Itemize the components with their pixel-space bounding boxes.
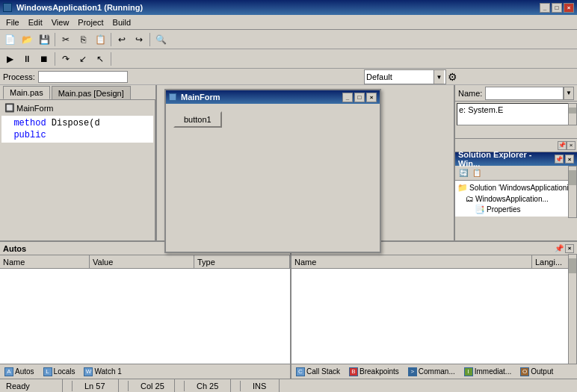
status-sep-4 — [240, 381, 241, 391]
tab-autos[interactable]: A Autos — [0, 366, 39, 378]
dropdown-arrow-icon: ▼ — [433, 70, 444, 84]
solex-app-icon: 🗂 — [466, 194, 474, 203]
tab-breakpoints[interactable]: B Breakpoints — [345, 366, 404, 378]
autos-title: Autos — [3, 244, 26, 253]
tab-main-pas-design[interactable]: Main.pas [Design] — [52, 86, 131, 99]
menu-file[interactable]: File — [1, 16, 24, 28]
form-button1[interactable]: button1 — [173, 111, 222, 128]
mainform-titlebar: MainForm _ □ × — [166, 90, 380, 104]
tab-command[interactable]: > Comman... — [404, 366, 460, 378]
mainform-title-text: MainForm — [181, 93, 220, 102]
stepover-btn[interactable]: ↷ — [58, 51, 74, 67]
right-panel: Name: ▼ e: System.E 📌 — [454, 85, 577, 255]
callstack-column-headers: Name Langi... — [291, 255, 577, 269]
command-tab-icon: > — [408, 367, 417, 376]
callstack-scrollbar[interactable] — [568, 254, 577, 364]
object-scrollbar[interactable] — [568, 103, 577, 125]
tab-immediate[interactable]: I Immediat... — [460, 366, 516, 378]
open-btn[interactable]: 📂 — [19, 31, 35, 48]
menu-edit[interactable]: Edit — [24, 16, 47, 28]
copy-btn[interactable]: ⎘ — [75, 31, 91, 48]
solex-props[interactable]: 📋 — [470, 167, 484, 180]
panels-row: Autos 📌 × Name Value Type — [0, 240, 577, 364]
status-bar: Ready Ln 57 Col 25 Ch 25 INS — [0, 379, 577, 392]
autos-value-header: Value — [90, 255, 194, 268]
run-btn[interactable]: ▶ — [1, 51, 18, 67]
panel-close-btn[interactable]: × — [567, 141, 576, 150]
mainform-content: button1 — [166, 104, 380, 135]
new-btn[interactable]: 📄 — [1, 31, 18, 48]
callstack-content — [291, 269, 577, 364]
solex-pin[interactable]: 📌 — [555, 155, 564, 164]
solex-refresh[interactable]: 🔄 — [457, 167, 470, 180]
sep-4 — [55, 52, 55, 66]
gear-icon: ⚙ — [448, 71, 457, 83]
debug-settings-btn[interactable]: ⚙ — [447, 69, 457, 84]
minimize-button[interactable]: _ — [540, 3, 550, 13]
solex-scrollbar[interactable] — [568, 166, 577, 218]
name-label: Name: — [458, 89, 482, 98]
solex-app-item[interactable]: 🗂 WindowsApplication... — [457, 193, 576, 204]
stepinto-btn[interactable]: ↙ — [75, 51, 91, 67]
status-sep-1 — [72, 381, 72, 391]
process-label: Process: — [3, 72, 35, 81]
tab-locals[interactable]: L Locals — [39, 366, 80, 378]
name-input[interactable] — [485, 87, 564, 100]
locals-tab-label: Locals — [54, 367, 75, 376]
tab-main-pas[interactable]: Main.pas — [3, 86, 50, 99]
breakpoints-tab-label: Breakpoints — [360, 367, 399, 376]
solex-app-label: WindowsApplication... — [475, 195, 549, 203]
redo-btn[interactable]: ↪ — [131, 31, 147, 48]
maximize-button[interactable]: □ — [552, 3, 562, 13]
cut-btn[interactable]: ✂ — [58, 31, 74, 48]
tree-mainform[interactable]: 🔲 MainForm — [1, 102, 153, 114]
code-line-2: public — [3, 129, 152, 141]
pause-btn[interactable]: ⏸ — [19, 51, 35, 67]
mainform-close[interactable]: × — [366, 93, 377, 102]
solution-explorer-titlebar: Solution Explorer - Win... 📌 × — [455, 152, 577, 166]
mainform-titlebar-btns: _ □ × — [342, 93, 377, 102]
command-tab-label: Comman... — [419, 367, 455, 376]
stepout-btn[interactable]: ↖ — [92, 51, 108, 67]
bottom-tabs-right: C Call Stack B Breakpoints > Comman... I… — [291, 364, 577, 379]
name-dropdown-btn[interactable]: ▼ — [564, 87, 574, 100]
mainform-icon — [169, 93, 176, 101]
stop-btn[interactable]: ⏹ — [36, 51, 52, 67]
solex-scroll-thumb — [569, 170, 576, 185]
status-col: Col 25 — [138, 379, 175, 392]
solex-solution-item[interactable]: 📁 Solution 'WindowsApplicationi... — [457, 182, 576, 193]
solex-props-item[interactable]: 📑 Properties — [457, 204, 576, 215]
mainform-window[interactable]: MainForm _ □ × button1 — [164, 89, 381, 253]
tab-output[interactable]: O Output — [516, 366, 558, 378]
callstack-tab-label: Call Stack — [306, 367, 340, 376]
menu-build[interactable]: Build — [108, 16, 135, 28]
debug-config-dropdown[interactable]: Default ▼ — [364, 69, 446, 84]
titlebar-left: WindowsApplication1 (Running) — [3, 3, 143, 12]
mainform-minimize[interactable]: _ — [342, 93, 353, 102]
code-editor-area: 🔲 MainForm method Dispose(d public — [0, 100, 155, 246]
object-value-display: e: System.E — [457, 103, 576, 125]
menu-view[interactable]: View — [47, 16, 74, 28]
toolbar-2: ▶ ⏸ ⏹ ↷ ↙ ↖ Default ▼ ⚙ — [0, 49, 577, 69]
save-btn[interactable]: 💾 — [36, 31, 52, 48]
locals-tab-icon: L — [43, 367, 52, 376]
process-input[interactable] — [38, 71, 128, 83]
sep-5 — [111, 52, 111, 66]
solex-content: 📁 Solution 'WindowsApplicationi... 🗂 Win… — [455, 181, 577, 217]
callstack-close-btn[interactable]: × — [565, 244, 574, 253]
menu-project[interactable]: Project — [73, 16, 108, 28]
solex-close[interactable]: × — [565, 155, 574, 164]
paste-btn[interactable]: 📋 — [92, 31, 108, 48]
tab-watch[interactable]: W Watch 1 — [79, 366, 126, 378]
panel-pin-btn[interactable]: 📌 — [558, 141, 567, 150]
solex-props-icon: 📑 — [475, 205, 485, 214]
center-panel: MainForm _ □ × button1 Name: — [157, 85, 577, 255]
ide-icon — [3, 3, 12, 12]
undo-btn[interactable]: ↩ — [114, 31, 130, 48]
status-sep-3 — [184, 381, 185, 391]
callstack-scroll-thumb — [569, 258, 576, 273]
find-btn[interactable]: 🔍 — [152, 31, 169, 48]
close-button[interactable]: × — [564, 3, 574, 13]
mainform-maximize[interactable]: □ — [354, 93, 365, 102]
tab-callstack[interactable]: C Call Stack — [291, 366, 345, 378]
